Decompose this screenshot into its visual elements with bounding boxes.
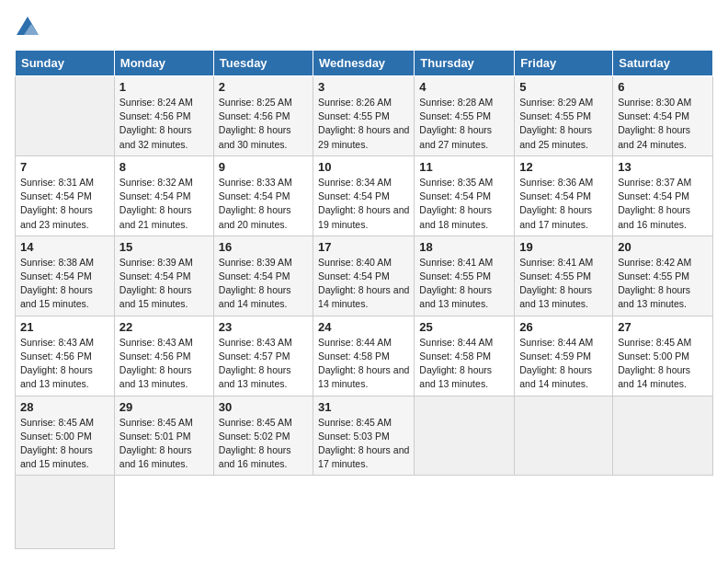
calendar-cell bbox=[613, 396, 713, 476]
day-detail: Sunrise: 8:26 AMSunset: 4:55 PMDaylight:… bbox=[318, 96, 409, 152]
calendar-cell: 14Sunrise: 8:38 AMSunset: 4:54 PMDayligh… bbox=[16, 236, 115, 316]
weekday-header-monday: Monday bbox=[114, 51, 213, 76]
day-detail: Sunrise: 8:39 AMSunset: 4:54 PMDaylight:… bbox=[219, 256, 308, 312]
day-number: 2 bbox=[219, 80, 308, 94]
calendar-cell: 21Sunrise: 8:43 AMSunset: 4:56 PMDayligh… bbox=[16, 316, 115, 396]
day-number: 6 bbox=[618, 80, 708, 94]
calendar-table: SundayMondayTuesdayWednesdayThursdayFrid… bbox=[15, 50, 713, 549]
day-number: 19 bbox=[519, 240, 608, 254]
day-number: 13 bbox=[618, 160, 708, 174]
day-detail: Sunrise: 8:39 AMSunset: 4:54 PMDaylight:… bbox=[119, 256, 209, 312]
page-header bbox=[15, 15, 713, 40]
calendar-cell: 4Sunrise: 8:28 AMSunset: 4:55 PMDaylight… bbox=[415, 76, 515, 156]
day-number: 29 bbox=[119, 400, 209, 414]
day-detail: Sunrise: 8:41 AMSunset: 4:55 PMDaylight:… bbox=[519, 256, 608, 312]
day-detail: Sunrise: 8:44 AMSunset: 4:58 PMDaylight:… bbox=[419, 336, 509, 392]
day-number: 30 bbox=[219, 400, 308, 414]
day-detail: Sunrise: 8:45 AMSunset: 5:01 PMDaylight:… bbox=[119, 416, 209, 472]
logo bbox=[15, 15, 44, 40]
day-detail: Sunrise: 8:24 AMSunset: 4:56 PMDaylight:… bbox=[119, 96, 209, 152]
calendar-cell: 20Sunrise: 8:42 AMSunset: 4:55 PMDayligh… bbox=[613, 236, 713, 316]
calendar-cell: 2Sunrise: 8:25 AMSunset: 4:56 PMDaylight… bbox=[213, 76, 313, 156]
weekday-header-friday: Friday bbox=[515, 51, 613, 76]
day-detail: Sunrise: 8:28 AMSunset: 4:55 PMDaylight:… bbox=[419, 96, 509, 152]
calendar-cell: 26Sunrise: 8:44 AMSunset: 4:59 PMDayligh… bbox=[515, 316, 613, 396]
calendar-row: 14Sunrise: 8:38 AMSunset: 4:54 PMDayligh… bbox=[16, 236, 713, 316]
day-detail: Sunrise: 8:35 AMSunset: 4:54 PMDaylight:… bbox=[419, 176, 509, 232]
day-number: 28 bbox=[20, 400, 109, 414]
day-number: 26 bbox=[519, 320, 608, 334]
calendar-cell: 25Sunrise: 8:44 AMSunset: 4:58 PMDayligh… bbox=[415, 316, 515, 396]
calendar-cell: 24Sunrise: 8:44 AMSunset: 4:58 PMDayligh… bbox=[313, 316, 415, 396]
calendar-row: 7Sunrise: 8:31 AMSunset: 4:54 PMDaylight… bbox=[16, 155, 713, 236]
calendar-cell: 8Sunrise: 8:32 AMSunset: 4:54 PMDaylight… bbox=[114, 155, 213, 236]
day-number: 7 bbox=[20, 160, 109, 174]
day-detail: Sunrise: 8:45 AMSunset: 5:03 PMDaylight:… bbox=[318, 416, 409, 472]
calendar-cell: 12Sunrise: 8:36 AMSunset: 4:54 PMDayligh… bbox=[515, 155, 613, 236]
day-number: 16 bbox=[219, 240, 308, 254]
day-number: 5 bbox=[519, 80, 608, 94]
day-detail: Sunrise: 8:30 AMSunset: 4:54 PMDaylight:… bbox=[618, 96, 708, 152]
day-number: 31 bbox=[318, 400, 409, 414]
day-number: 4 bbox=[419, 80, 509, 94]
calendar-cell: 10Sunrise: 8:34 AMSunset: 4:54 PMDayligh… bbox=[313, 155, 415, 236]
calendar-cell: 30Sunrise: 8:45 AMSunset: 5:02 PMDayligh… bbox=[213, 396, 313, 476]
day-detail: Sunrise: 8:25 AMSunset: 4:56 PMDaylight:… bbox=[219, 96, 308, 152]
day-detail: Sunrise: 8:32 AMSunset: 4:54 PMDaylight:… bbox=[119, 176, 209, 232]
day-number: 23 bbox=[219, 320, 308, 334]
calendar-cell bbox=[515, 396, 613, 476]
day-number: 27 bbox=[618, 320, 708, 334]
logo-icon bbox=[15, 15, 40, 40]
day-number: 12 bbox=[519, 160, 608, 174]
calendar-cell: 7Sunrise: 8:31 AMSunset: 4:54 PMDaylight… bbox=[16, 155, 115, 236]
day-number: 11 bbox=[419, 160, 509, 174]
calendar-row: 21Sunrise: 8:43 AMSunset: 4:56 PMDayligh… bbox=[16, 316, 713, 396]
day-detail: Sunrise: 8:44 AMSunset: 4:58 PMDaylight:… bbox=[318, 336, 409, 392]
calendar-header: SundayMondayTuesdayWednesdayThursdayFrid… bbox=[16, 51, 713, 76]
calendar-cell: 13Sunrise: 8:37 AMSunset: 4:54 PMDayligh… bbox=[613, 155, 713, 236]
day-detail: Sunrise: 8:36 AMSunset: 4:54 PMDaylight:… bbox=[519, 176, 608, 232]
day-number: 22 bbox=[119, 320, 209, 334]
day-detail: Sunrise: 8:41 AMSunset: 4:55 PMDaylight:… bbox=[419, 256, 509, 312]
calendar-row: 28Sunrise: 8:45 AMSunset: 5:00 PMDayligh… bbox=[16, 396, 713, 476]
calendar-cell: 19Sunrise: 8:41 AMSunset: 4:55 PMDayligh… bbox=[515, 236, 613, 316]
day-number: 18 bbox=[419, 240, 509, 254]
day-number: 24 bbox=[318, 320, 409, 334]
weekday-header-saturday: Saturday bbox=[613, 51, 713, 76]
calendar-cell bbox=[16, 76, 115, 156]
calendar-cell: 16Sunrise: 8:39 AMSunset: 4:54 PMDayligh… bbox=[213, 236, 313, 316]
day-number: 25 bbox=[419, 320, 509, 334]
day-detail: Sunrise: 8:43 AMSunset: 4:56 PMDaylight:… bbox=[119, 336, 209, 392]
day-detail: Sunrise: 8:42 AMSunset: 4:55 PMDaylight:… bbox=[618, 256, 708, 312]
calendar-cell: 28Sunrise: 8:45 AMSunset: 5:00 PMDayligh… bbox=[16, 396, 115, 476]
weekday-header-tuesday: Tuesday bbox=[213, 51, 313, 76]
day-detail: Sunrise: 8:45 AMSunset: 5:02 PMDaylight:… bbox=[219, 416, 308, 472]
day-detail: Sunrise: 8:33 AMSunset: 4:54 PMDaylight:… bbox=[219, 176, 308, 232]
day-detail: Sunrise: 8:37 AMSunset: 4:54 PMDaylight:… bbox=[618, 176, 708, 232]
calendar-cell: 17Sunrise: 8:40 AMSunset: 4:54 PMDayligh… bbox=[313, 236, 415, 316]
calendar-row: 1Sunrise: 8:24 AMSunset: 4:56 PMDaylight… bbox=[16, 76, 713, 156]
calendar-cell: 27Sunrise: 8:45 AMSunset: 5:00 PMDayligh… bbox=[613, 316, 713, 396]
day-detail: Sunrise: 8:29 AMSunset: 4:55 PMDaylight:… bbox=[519, 96, 608, 152]
calendar-cell: 6Sunrise: 8:30 AMSunset: 4:54 PMDaylight… bbox=[613, 76, 713, 156]
day-number: 21 bbox=[20, 320, 109, 334]
calendar-cell: 29Sunrise: 8:45 AMSunset: 5:01 PMDayligh… bbox=[114, 396, 213, 476]
calendar-cell: 18Sunrise: 8:41 AMSunset: 4:55 PMDayligh… bbox=[415, 236, 515, 316]
day-number: 20 bbox=[618, 240, 708, 254]
calendar-cell bbox=[16, 476, 115, 549]
day-number: 10 bbox=[318, 160, 409, 174]
day-number: 8 bbox=[119, 160, 209, 174]
calendar-cell: 31Sunrise: 8:45 AMSunset: 5:03 PMDayligh… bbox=[313, 396, 415, 476]
day-detail: Sunrise: 8:43 AMSunset: 4:56 PMDaylight:… bbox=[20, 336, 109, 392]
day-detail: Sunrise: 8:40 AMSunset: 4:54 PMDaylight:… bbox=[318, 256, 409, 312]
calendar-cell: 23Sunrise: 8:43 AMSunset: 4:57 PMDayligh… bbox=[213, 316, 313, 396]
day-number: 14 bbox=[20, 240, 109, 254]
day-detail: Sunrise: 8:45 AMSunset: 5:00 PMDaylight:… bbox=[618, 336, 708, 392]
calendar-cell: 9Sunrise: 8:33 AMSunset: 4:54 PMDaylight… bbox=[213, 155, 313, 236]
day-detail: Sunrise: 8:31 AMSunset: 4:54 PMDaylight:… bbox=[20, 176, 109, 232]
weekday-header-wednesday: Wednesday bbox=[313, 51, 415, 76]
calendar-cell: 11Sunrise: 8:35 AMSunset: 4:54 PMDayligh… bbox=[415, 155, 515, 236]
day-number: 9 bbox=[219, 160, 308, 174]
day-number: 1 bbox=[119, 80, 209, 94]
day-number: 3 bbox=[318, 80, 409, 94]
